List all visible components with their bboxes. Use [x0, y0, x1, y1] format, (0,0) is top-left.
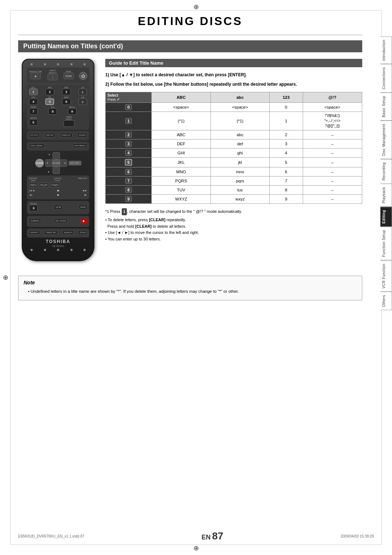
sidebar-tab-disc-management[interactable]: Disc Management [380, 121, 392, 159]
stop-btn[interactable]: ■ [57, 193, 59, 197]
input-select-btn[interactable]: INPUTSELECT ↕ [48, 69, 58, 80]
table-row: 8 TUV tuv 8 – [106, 186, 362, 195]
disc-menu-btn[interactable]: DISC MENU [29, 143, 44, 148]
num-2-btn[interactable]: 2 [45, 89, 54, 95]
remote-top-dots [27, 63, 89, 65]
dtv-tv-btn[interactable]: DTV/TV [29, 133, 40, 137]
instruction-1: 1) Use [▲ / ▼] to select a desired chara… [105, 72, 362, 78]
remote-section-vcr-dvd: PAUSE ⏸ VCR DVD [27, 201, 89, 214]
notes-title: Note [24, 280, 357, 285]
num-9-btn[interactable]: 9 [68, 108, 77, 115]
num-1-btn[interactable]: 1 [29, 89, 38, 95]
num-0-btn[interactable]: 0 [29, 119, 38, 126]
clear-btn[interactable]: CLEAR [35, 159, 44, 167]
num-8-btn[interactable]: 8 [48, 108, 57, 115]
table-row: 0 <space> <space> 0 <space> [106, 103, 362, 112]
table-row: 5 JKL jkl 5 – [106, 158, 362, 167]
remote-section-bottom: REPEAT TIMER SET SEARCH ZOOM [27, 228, 89, 238]
note-item-1: Undefined letters in a title name are sh… [28, 288, 357, 295]
vcr-btn[interactable]: VCR [54, 205, 62, 210]
table-row: 7 PQRS pqrs 7 – [106, 177, 362, 186]
page-title: EDITING DISCS [18, 15, 362, 28]
footnote-2: • To delete letters, press [CLEAR] repea… [105, 217, 362, 223]
sidebar-tab-connections[interactable]: Connections [380, 64, 392, 93]
reg-mark-left: ⊕ [3, 274, 8, 281]
table-header-abc-lower: abc [211, 92, 269, 103]
remote-section-mid: DTV/TV SETUP DISPLAY AUDIO [27, 131, 89, 140]
repeat-btn[interactable]: REPEAT [29, 230, 40, 235]
sidebar-tab-function-setup[interactable]: Function Setup [380, 227, 392, 260]
sidebar: Introduction Connections Basic Setup Dis… [380, 36, 392, 310]
sidebar-tab-others[interactable]: Others [380, 292, 392, 310]
footer-right: 2009/04/03 15:39:28 [340, 534, 374, 538]
guide-header: Guide to Edit Title Name [105, 59, 362, 67]
page-border-left [10, 10, 11, 545]
hdmi-btn[interactable]: HDMI HDMI [64, 70, 74, 79]
remote-section-transport: INSTANTSKIP 1.3x/0.8xPLAY TIME SUP REV P… [27, 175, 89, 199]
setup-btn[interactable]: SETUP [45, 133, 55, 137]
dpad-area: CLEAR ENTER ◄ ► ▲ ▼ RETURN [27, 152, 89, 174]
dpad[interactable]: ENTER ◄ ► ▲ ▼ [45, 152, 67, 174]
rec-btn[interactable]: ⏺ [81, 218, 87, 224]
display-btn[interactable]: DISPLAY [60, 133, 72, 137]
dvd-btn[interactable]: DVD [79, 205, 87, 210]
play-btn[interactable]: PLAY [39, 182, 49, 188]
rev-btn[interactable]: REV [29, 182, 38, 188]
footer-left: E9SK0UD_DVR670KU_EN_v1.1.indd 87 [18, 534, 84, 538]
sidebar-tab-basic-setup[interactable]: Basic Setup [380, 93, 392, 121]
table-row: 4 GHI ghi 4 – [106, 149, 362, 158]
footnote-5: • You can enter up to 30 letters. [105, 236, 362, 243]
open-close-btn[interactable]: OPEN/CLOSE ▲ [29, 70, 42, 79]
num-5-btn[interactable]: 5 [45, 98, 54, 105]
top-menu-btn[interactable]: TOP MENU [73, 143, 87, 148]
enter-btn[interactable]: ENTER [52, 159, 60, 167]
sidebar-tab-editing[interactable]: Editing [380, 207, 392, 227]
table-header-select: SelectPress ✓ [106, 92, 152, 103]
pause-btn[interactable]: ⏸ [29, 205, 38, 211]
footnotes: *1 Press 1, character set will be change… [105, 208, 362, 242]
remote-section-top: OPEN/CLOSE ▲ INPUTSELECT ↕ H [27, 68, 89, 83]
table-header-abc: ABC [152, 92, 211, 103]
remote-container: OPEN/CLOSE ▲ INPUTSELECT ↕ H [18, 59, 98, 261]
page-number: EN 87 [201, 530, 223, 542]
audio-btn[interactable]: AUDIO [77, 133, 87, 137]
prev-skip-btn[interactable]: |◄◄ [29, 189, 35, 192]
page-border-top [11, 10, 381, 11]
table-row: 6 MNO mno 6 – [106, 167, 362, 177]
next-skip-btn[interactable]: ◄► [82, 189, 87, 192]
table-row: 2 ABC abc 2 – [106, 130, 362, 139]
footnote-1: *1 Press 1, character set will be change… [105, 208, 362, 215]
footnote-4: • Use [◄ / ►] to move the cursor to the … [105, 230, 362, 236]
guide-section: Guide to Edit Title Name 1) Use [▲ / ▼] … [105, 59, 362, 242]
fwd-btn[interactable]: FWD [50, 182, 60, 188]
zoom-btn[interactable]: ZOOM [78, 230, 87, 235]
page-border-bottom [11, 544, 381, 545]
skip-next-btn[interactable]: |► [84, 194, 87, 196]
reg-mark-bottom: ⊕ [193, 544, 199, 552]
table-row: 1 (*1) (*1) 1 !"#$%&'()*+,-./:;<=>?@[]^_… [106, 112, 362, 130]
remote-bottom-dots [27, 249, 89, 251]
sidebar-tab-recording[interactable]: Recording [380, 159, 392, 184]
search-btn[interactable]: SEARCH [62, 230, 74, 235]
return-btn[interactable]: RETURN [69, 161, 81, 165]
play2-btn[interactable]: ▶ [57, 189, 60, 192]
num-7-btn[interactable]: 7 [29, 108, 38, 115]
num-6-btn[interactable]: 6 [62, 98, 71, 105]
skip-prev-btn[interactable]: ◄| [29, 194, 32, 196]
num-3-btn[interactable]: 3 [62, 89, 71, 95]
dubbing-btn[interactable]: DUBBING [29, 219, 41, 223]
table-header-123: 123 [270, 92, 303, 103]
char-table: SelectPress ✓ ABC abc 123 @!? 0 <space> … [105, 92, 362, 204]
reg-mark-top: ⊕ [193, 3, 199, 11]
bottom-bar: E9SK0UD_DVR670KU_EN_v1.1.indd 87 EN 87 2… [18, 530, 374, 542]
page-num-value: 87 [212, 530, 223, 542]
remote-section-rec: DUBBING REC MODE ⏺ [27, 216, 89, 227]
sidebar-tab-introduction[interactable]: Introduction [380, 36, 392, 64]
timer-set-btn[interactable]: TIMER SET [44, 230, 58, 235]
power-btn[interactable]: ⏻ [79, 70, 87, 80]
num-4-btn[interactable]: 4 [29, 98, 38, 105]
rec-mode-btn[interactable]: REC MODE [54, 219, 68, 223]
sidebar-tab-playback[interactable]: Playback [380, 184, 392, 207]
sidebar-tab-vcr-function[interactable]: VCR Function [380, 260, 392, 292]
timer-prog-btn[interactable] [64, 120, 74, 127]
